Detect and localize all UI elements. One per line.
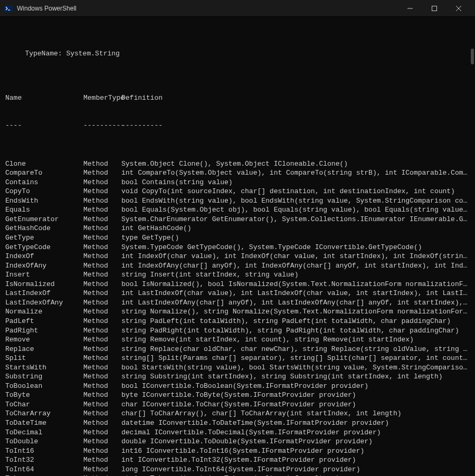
cell-name: ToDecimal: [5, 428, 83, 437]
cell-membertype: Method: [83, 280, 121, 289]
table-row: GetEnumeratorMethodSystem.CharEnumerator…: [5, 215, 470, 224]
cell-name: Remove: [5, 335, 83, 345]
cell-definition: int IConvertible.ToInt32(System.IFormatP…: [121, 455, 470, 465]
table-row: EndsWithMethodbool EndsWith(string value…: [5, 196, 470, 206]
table-row: ToBooleanMethodbool IConvertible.ToBoole…: [5, 382, 470, 391]
table-row: CopyToMethodvoid CopyTo(int sourceIndex,…: [5, 187, 470, 196]
cell-definition: char[] ToCharArray(), char[] ToCharArray…: [121, 409, 470, 418]
cell-membertype: Method: [83, 159, 121, 169]
svg-rect-3: [432, 6, 437, 11]
cell-definition: string Substring(int startIndex), string…: [121, 372, 470, 382]
table-row: NormalizeMethodstring Normalize(), strin…: [5, 307, 470, 317]
cell-membertype: Method: [83, 252, 121, 261]
cell-definition: bool StartsWith(string value), bool Star…: [121, 363, 470, 373]
table-body: CloneMethodSystem.Object Clone(), System…: [5, 159, 470, 476]
table-row: LastIndexOfAnyMethodint LastIndexOfAny(c…: [5, 298, 470, 308]
cell-definition: string Insert(int startIndex, string val…: [121, 270, 470, 280]
cell-definition: bool IConvertible.ToBoolean(System.IForm…: [121, 382, 470, 391]
table-row: ToByteMethodbyte IConvertible.ToByte(Sys…: [5, 391, 470, 400]
cell-name: ToInt16: [5, 446, 83, 456]
table-row: LastIndexOfMethodint LastIndexOf(char va…: [5, 289, 470, 298]
cell-membertype: Method: [83, 382, 121, 391]
terminal-output[interactable]: TypeName: System.String Name MemberType …: [0, 17, 475, 476]
cell-definition: bool Contains(string value): [121, 178, 470, 187]
cell-definition: System.TypeCode GetTypeCode(), System.Ty…: [121, 243, 470, 252]
cell-membertype: Method: [83, 465, 121, 474]
header-definition: Definition: [121, 93, 470, 103]
cell-name: IndexOfAny: [5, 261, 83, 271]
table-row: GetTypeCodeMethodSystem.TypeCode GetType…: [5, 243, 470, 252]
table-row: SplitMethodstring[] Split(Params char[] …: [5, 354, 470, 363]
cell-definition: string ToLower(), string ToLower(culture…: [121, 474, 470, 476]
cell-membertype: Method: [83, 168, 121, 178]
table-row: IndexOfMethodint IndexOf(char value), in…: [5, 252, 470, 261]
cell-definition: int GetHashCode(): [121, 224, 470, 233]
cell-membertype: Method: [83, 326, 121, 336]
cell-name: StartsWith: [5, 363, 83, 373]
table-row: ToInt64Methodlong IConvertible.ToInt64(S…: [5, 465, 470, 474]
table-row: IndexOfAnyMethodint IndexOfAny(char[] an…: [5, 261, 470, 271]
table-row: CompareToMethodint CompareTo(System.Obje…: [5, 168, 470, 178]
cell-definition: string PadLeft(int totalWidth), string P…: [121, 317, 470, 326]
cell-name: Replace: [5, 345, 83, 354]
cell-name: GetEnumerator: [5, 215, 83, 224]
cell-definition: bool Equals(System.Object obj), bool Equ…: [121, 205, 470, 215]
cell-name: IsNormalized: [5, 280, 83, 289]
cell-name: ToChar: [5, 400, 83, 410]
table-header: Name MemberType Definition: [5, 93, 470, 103]
table-row: PadLeftMethodstring PadLeft(int totalWid…: [5, 317, 470, 326]
window-controls: [398, 0, 471, 17]
table-row: RemoveMethodstring Remove(int startIndex…: [5, 335, 470, 345]
cell-membertype: Method: [83, 243, 121, 252]
cell-definition: string Remove(int startIndex, int count)…: [121, 335, 470, 345]
maximize-button[interactable]: [422, 0, 446, 17]
cell-definition: int LastIndexOfAny(char[] anyOf), int La…: [121, 298, 470, 308]
cell-name: ToInt32: [5, 455, 83, 465]
table-row: ToInt16Methodint16 IConvertible.ToInt16(…: [5, 446, 470, 456]
cell-name: CopyTo: [5, 187, 83, 196]
cell-definition: long IConvertible.ToInt64(System.IFormat…: [121, 465, 470, 474]
cell-definition: string[] Split(Params char[] separator),…: [121, 354, 470, 363]
minimize-button[interactable]: [398, 0, 422, 17]
scrollbar-thumb[interactable]: [471, 49, 474, 64]
cell-definition: decimal IConvertible.ToDecimal(System.IF…: [121, 428, 470, 437]
cell-name: PadRight: [5, 326, 83, 336]
cell-name: EndsWith: [5, 196, 83, 206]
table-row: GetHashCodeMethodint GetHashCode(): [5, 224, 470, 233]
cell-membertype: Method: [83, 196, 121, 206]
cell-definition: double IConvertible.ToDouble(System.IFor…: [121, 437, 470, 446]
cell-definition: string PadRight(int totalWidth), string …: [121, 326, 470, 336]
cell-membertype: Method: [83, 317, 121, 326]
cell-membertype: Method: [83, 233, 121, 243]
typename-line: TypeName: System.String: [13, 49, 470, 59]
cell-definition: int CompareTo(System.Object value), int …: [121, 168, 470, 178]
cell-name: ToInt64: [5, 465, 83, 474]
cell-membertype: Method: [83, 446, 121, 456]
cell-membertype: Method: [83, 354, 121, 363]
powershell-icon: [4, 4, 13, 13]
table-divider: ---- ---------- ----------: [5, 121, 470, 130]
table-row: GetTypeMethodtype GetType(): [5, 233, 470, 243]
table-row: ToDoubleMethoddouble IConvertible.ToDoub…: [5, 437, 470, 446]
table-row: ReplaceMethodstring Replace(char oldChar…: [5, 345, 470, 354]
cell-membertype: Method: [83, 307, 121, 317]
cell-definition: bool IsNormalized(), bool IsNormalized(S…: [121, 280, 470, 289]
cell-membertype: Method: [83, 372, 121, 382]
table-row: ContainsMethodbool Contains(string value…: [5, 178, 470, 187]
cell-membertype: Method: [83, 455, 121, 465]
cell-membertype: Method: [83, 474, 121, 476]
close-button[interactable]: [446, 0, 471, 17]
svg-rect-0: [4, 5, 13, 12]
table-row: ToCharMethodchar IConvertible.ToChar(Sys…: [5, 400, 470, 410]
cell-membertype: Method: [83, 418, 121, 428]
cell-definition: int16 IConvertible.ToInt16(System.IForma…: [121, 446, 470, 456]
cell-name: GetType: [5, 233, 83, 243]
cell-name: LastIndexOfAny: [5, 298, 83, 308]
cell-membertype: Method: [83, 335, 121, 345]
cell-definition: System.Object Clone(), System.Object ICl…: [121, 159, 470, 169]
cell-name: ToLower: [5, 474, 83, 476]
cell-name: CompareTo: [5, 168, 83, 178]
table-row: InsertMethodstring Insert(int startIndex…: [5, 270, 470, 280]
cell-name: ToBoolean: [5, 382, 83, 391]
cell-name: ToDouble: [5, 437, 83, 446]
